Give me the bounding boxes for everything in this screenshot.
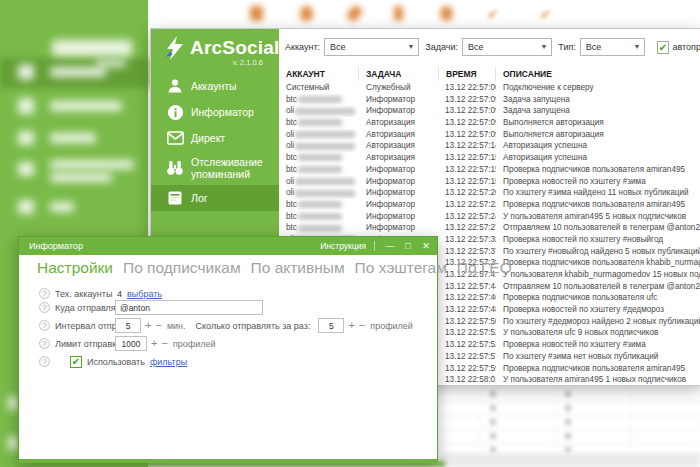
table-row[interactable]: btcАвторизация13.12 22:57:09Выполняется …	[279, 117, 700, 129]
table-row[interactable]: oliАвторизация13.12 22:57:14Авторизация …	[279, 140, 700, 152]
plus-button[interactable]: +	[145, 320, 151, 331]
sidebar-item-accounts[interactable]: Аккаунты	[151, 73, 279, 99]
header-description[interactable]: ОПИСАНИЕ	[496, 67, 700, 81]
send-to-input[interactable]	[115, 300, 263, 315]
cell-time: 13.12 22:57:37	[439, 246, 496, 258]
minimize-button[interactable]: —	[383, 237, 397, 255]
table-row[interactable]: btcИнформатор13.12 22:57:09Задача запуще…	[279, 94, 700, 106]
filters-link[interactable]: фильтры	[150, 357, 187, 367]
cell-account: btc	[279, 222, 359, 234]
help-icon[interactable]: ?	[39, 288, 50, 299]
tech-accounts-row: ? Тех. аккаунты 4 выбрать	[19, 286, 162, 301]
plus-button[interactable]: +	[348, 320, 354, 331]
minus-button[interactable]: −	[359, 320, 365, 331]
use-filters-checkbox[interactable]: ✔	[70, 356, 82, 368]
cell-task: Информатор	[359, 94, 439, 106]
header-task[interactable]: ЗАДАЧА	[359, 67, 439, 81]
per-batch-unit: профилей	[370, 321, 413, 331]
tab-by-subscribers[interactable]: По подписчикам	[123, 259, 241, 277]
cell-description: Проверка подписчиков пользователя amiran…	[496, 164, 700, 176]
redacted-account	[295, 178, 355, 185]
cell-time: 13.12 22:57:06	[439, 82, 496, 94]
cell-account: btc	[279, 211, 359, 223]
cell-description: Отправляем 10 пользователей в телеграм @…	[496, 222, 700, 234]
cell-account: btc	[279, 152, 359, 164]
cell-time: 13.12 22:57:09	[439, 94, 496, 106]
blurred-mail-icon	[18, 131, 34, 145]
table-row[interactable]: oliИнформатор13.12 22:57:15Проверка ново…	[279, 176, 700, 188]
table-row[interactable]: btcИнформатор13.12 22:57:27Отправляем 10…	[279, 222, 700, 234]
filter-account-select[interactable]: Все ▼	[324, 38, 419, 56]
cell-account: oli	[279, 176, 359, 188]
minus-button[interactable]: −	[161, 338, 167, 349]
sidebar-item-mentions[interactable]: Отслеживание упоминаний	[151, 151, 279, 185]
cell-task: Информатор	[359, 222, 439, 234]
table-row[interactable]: btcИнформатор13.12 22:57:22Проверка подп…	[279, 199, 700, 211]
filter-type-value: Все	[586, 42, 602, 52]
blurred-orange-icon	[440, 6, 453, 21]
limit-input[interactable]	[115, 336, 147, 351]
mail-icon	[165, 131, 185, 145]
table-row[interactable]: btcИнформатор13.12 22:57:24У пользовател…	[279, 211, 700, 223]
filter-tasks-select[interactable]: Все ▼	[462, 38, 552, 56]
sidebar-item-direct[interactable]: Директ	[151, 125, 279, 151]
blurred-binoculars-icon	[18, 162, 34, 176]
blurred-orange-icon	[300, 6, 313, 21]
maximize-button[interactable]: □	[401, 237, 415, 255]
autoscroll-checkbox[interactable]: ✔	[657, 41, 668, 54]
cell-description: Авторизация успешна	[496, 140, 700, 152]
choose-accounts-link[interactable]: выбрать	[127, 289, 162, 299]
tab-by-active[interactable]: По активным	[251, 259, 345, 277]
sidebar-item-log[interactable]: Лог	[151, 185, 279, 211]
interval-input[interactable]	[115, 318, 141, 333]
blurred-orange-icon	[250, 6, 263, 21]
cell-description: Проверка подписчиков пользователя ufc	[496, 292, 700, 304]
table-row[interactable]: btcАвторизация13.12 22:57:15Авторизация …	[279, 152, 700, 164]
per-batch-input[interactable]	[318, 318, 344, 333]
cell-description: По хэштегу #зима найдено 11 новых публик…	[496, 187, 700, 199]
help-icon[interactable]: ?	[39, 356, 50, 367]
minus-button[interactable]: −	[155, 320, 161, 331]
blurred-orange-icon	[345, 4, 363, 23]
cell-time: 13.12 22:57:14	[439, 140, 496, 152]
header-time[interactable]: ВРЕМЯ	[439, 67, 496, 81]
help-icon[interactable]: ?	[39, 302, 50, 313]
info-icon	[165, 104, 185, 121]
log-icon	[165, 190, 185, 206]
table-row[interactable]: btcИнформатор13.12 22:57:15Проверка подп…	[279, 164, 700, 176]
help-icon[interactable]: ?	[39, 338, 50, 349]
limit-unit: профилей	[173, 339, 216, 349]
redacted-account	[295, 143, 355, 150]
sidebar-item-label: Отслеживание упоминаний	[191, 156, 279, 180]
table-row[interactable]: СистемныйСлужебный13.12 22:57:06Подключе…	[279, 82, 700, 94]
instruction-link[interactable]: Инструкция	[320, 241, 366, 251]
cell-time: 13.12 22:57:27	[439, 222, 496, 234]
sidebar-item-label: Информатор	[191, 106, 254, 118]
table-row[interactable]: oliАвторизация13.12 22:57:09Выполняется …	[279, 129, 700, 141]
cell-time: 13.12 22:57:15	[439, 164, 496, 176]
plus-button[interactable]: +	[151, 338, 157, 349]
cell-description: Выполняется авторизация	[496, 129, 700, 141]
tab-by-hashtags[interactable]: По хэштегам	[355, 259, 447, 277]
close-button[interactable]: ✕	[419, 237, 433, 255]
cell-time: 13.12 22:57:09	[439, 117, 496, 129]
tab-by-geo[interactable]: По ГЕО	[457, 259, 512, 277]
tech-accounts-count: 4	[117, 289, 122, 299]
blurred-log-icon	[18, 200, 34, 214]
sidebar-item-informer[interactable]: Информатор	[151, 99, 279, 125]
cell-account: btc	[279, 164, 359, 176]
cell-time: 13.12 22:57:50	[439, 316, 496, 328]
table-row[interactable]: oliИнформатор13.12 22:57:09Задача запуще…	[279, 105, 700, 117]
cell-description: Авторизация успешна	[496, 152, 700, 164]
filter-type-select[interactable]: Все ▼	[580, 38, 646, 56]
table-row[interactable]: oliИнформатор13.12 22:57:20По хэштегу #з…	[279, 187, 700, 199]
help-icon[interactable]: ?	[39, 320, 50, 331]
cell-time: 13.12 22:57:15	[439, 176, 496, 188]
sidebar-item-label: Аккаунты	[191, 80, 237, 92]
header-account[interactable]: АККАУНТ	[279, 67, 359, 81]
cell-description: Выполняется авторизация	[496, 117, 700, 129]
tab-settings[interactable]: Настройки	[37, 259, 113, 277]
filter-type-label: Тип:	[558, 42, 576, 52]
redacted-account	[298, 154, 342, 161]
cell-time: 13.12 22:57:24	[439, 211, 496, 223]
